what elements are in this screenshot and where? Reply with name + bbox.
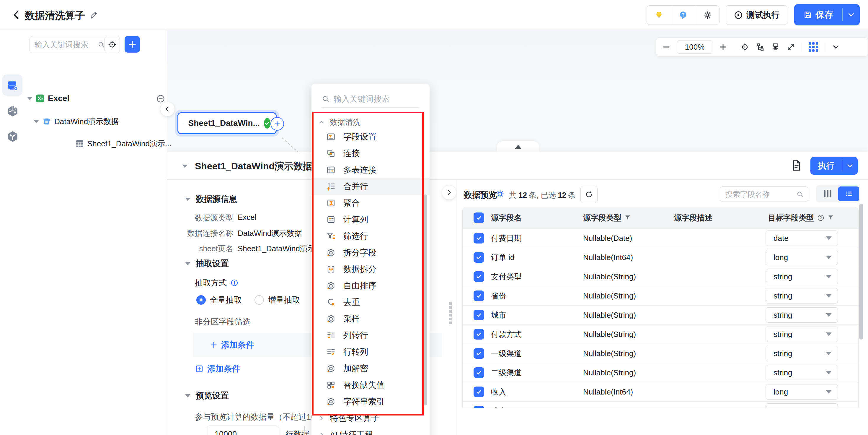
config-collapse-caret[interactable] [182, 165, 187, 168]
add-condition-2-button[interactable]: 添加条件 [195, 363, 240, 374]
toolbar-collapse-button[interactable] [831, 42, 840, 51]
operator-menu-item[interactable]: 合并行 [311, 178, 430, 195]
info-icon[interactable] [230, 279, 239, 287]
tree-node-sheet[interactable]: Sheet1_DataWind演示... [75, 137, 172, 150]
row-checkbox[interactable] [473, 310, 484, 320]
radio-incremental-extract[interactable]: 增量抽取 [254, 295, 300, 305]
field-search-input[interactable] [725, 190, 794, 199]
section-caret-icon[interactable] [185, 262, 190, 265]
collapse-tree-button[interactable] [160, 102, 175, 116]
operator-menu-item[interactable]: 采样 [311, 311, 430, 327]
radio-full-data[interactable] [304, 427, 305, 432]
log-document-icon[interactable] [790, 159, 803, 172]
run-dropdown-button[interactable] [842, 162, 858, 170]
target-type-select[interactable]: string [766, 365, 838, 380]
target-type-select[interactable]: date [766, 231, 838, 246]
save-button[interactable]: 保存 [794, 9, 842, 21]
rail-item-model-cube[interactable] [6, 130, 20, 143]
fullscreen-button[interactable] [786, 42, 795, 51]
table-scrollbar[interactable] [859, 204, 863, 340]
rail-item-datasource[interactable] [6, 79, 20, 92]
row-count-input[interactable]: 10000 [207, 426, 279, 435]
menu-scrollbar[interactable] [423, 195, 427, 405]
auto-layout-button[interactable] [756, 42, 765, 51]
operator-group-header[interactable]: 数据清洗 [318, 116, 361, 128]
target-type-select[interactable]: string [766, 307, 838, 323]
filter-icon[interactable] [624, 214, 631, 221]
filter-icon[interactable] [828, 214, 834, 221]
target-type-select[interactable]: double [766, 403, 838, 408]
operator-menu-item[interactable]: 行转列 [311, 344, 430, 360]
row-checkbox[interactable] [473, 348, 484, 359]
refresh-button[interactable] [581, 186, 597, 203]
operator-menu-item[interactable]: 字段设置 [311, 128, 430, 145]
row-checkbox[interactable] [473, 406, 484, 408]
collapse-config-button[interactable] [442, 185, 457, 200]
target-type-select[interactable]: string [766, 346, 838, 361]
canvas-node-sheet1[interactable]: Sheet1_DataWin... [178, 112, 277, 134]
test-run-button[interactable]: 测试执行 [726, 5, 787, 25]
panel-collapse-tab[interactable] [497, 141, 539, 152]
grid-view-button[interactable] [809, 42, 818, 52]
locate-node-button[interactable] [104, 36, 120, 53]
list-view-button[interactable] [838, 186, 859, 201]
radio-full-extract[interactable]: 全量抽取 [196, 295, 242, 305]
zoom-out-button[interactable] [662, 43, 671, 51]
operator-menu-item[interactable]: 加解密 [311, 360, 430, 377]
target-type-select[interactable]: string [766, 288, 838, 303]
tree-caret-icon[interactable] [34, 120, 39, 123]
row-checkbox[interactable] [473, 252, 484, 263]
target-type-select[interactable]: long [766, 384, 838, 400]
row-checkbox[interactable] [473, 367, 484, 378]
target-type-select[interactable]: string [766, 269, 838, 284]
operator-menu-item[interactable]: 数据拆分 [311, 261, 430, 278]
operator-menu-item[interactable]: 聚合 [311, 195, 430, 211]
tree-search-input[interactable] [34, 40, 95, 50]
collapse-datasource-icon[interactable] [156, 94, 165, 104]
operator-menu-item[interactable]: 去重 [311, 294, 430, 311]
zoom-level[interactable]: 100% [677, 40, 712, 54]
operator-menu-item[interactable]: 筛选行 [311, 228, 430, 244]
operator-menu-item[interactable]: 拆分字段 [311, 244, 430, 261]
back-button[interactable] [11, 9, 22, 20]
tree-node-folder[interactable]: DataWind演示数据 [34, 115, 119, 128]
section-caret-icon[interactable] [185, 394, 190, 398]
add-condition-button[interactable]: 添加条件 [210, 339, 254, 350]
help-circle-icon[interactable]: ? [817, 214, 825, 222]
tree-caret-icon[interactable] [27, 97, 32, 100]
operator-search-input[interactable] [333, 94, 419, 104]
operator-menu-item[interactable]: 列转行 [311, 327, 430, 344]
target-type-select[interactable]: string [766, 326, 838, 342]
split-drag-handle[interactable] [449, 302, 452, 324]
operator-group-collapsed[interactable]: 特色专区算子 [311, 410, 430, 427]
column-view-button[interactable] [817, 186, 838, 201]
clean-canvas-button[interactable] [771, 42, 780, 51]
operator-menu-item[interactable]: 字符串索引 [311, 393, 430, 410]
locate-center-button[interactable] [740, 42, 749, 51]
preview-settings-gear-icon[interactable] [495, 189, 505, 199]
row-checkbox[interactable] [473, 290, 484, 301]
operator-menu-item[interactable]: 连接 [311, 145, 430, 162]
operator-menu-item[interactable]: 自由排序 [311, 278, 430, 294]
rail-item-compute-cube[interactable] [6, 104, 20, 118]
row-checkbox[interactable] [473, 233, 484, 243]
tree-node-excel[interactable]: Excel [27, 92, 69, 105]
operator-group-collapsed[interactable]: AI 特征工程 [311, 427, 430, 435]
section-caret-icon[interactable] [185, 198, 190, 201]
target-type-select[interactable]: long [766, 250, 838, 265]
row-checkbox[interactable] [473, 386, 484, 397]
edit-title-icon[interactable] [89, 10, 99, 20]
add-datasource-button[interactable] [125, 36, 140, 53]
operator-menu-item[interactable]: 多表连接 [311, 162, 430, 178]
add-operator-button[interactable] [271, 117, 284, 130]
run-button[interactable]: 执行 [810, 160, 842, 171]
tips-button[interactable] [647, 6, 671, 25]
settings-button[interactable] [695, 6, 719, 25]
save-dropdown-button[interactable] [843, 10, 860, 19]
help-button[interactable]: ? [671, 6, 695, 25]
select-all-checkbox[interactable] [473, 212, 484, 223]
row-checkbox[interactable] [473, 271, 484, 282]
operator-menu-item[interactable]: 计算列 [311, 211, 430, 228]
operator-menu-item[interactable]: 替换缺失值 [311, 377, 430, 393]
zoom-in-button[interactable] [719, 43, 727, 51]
